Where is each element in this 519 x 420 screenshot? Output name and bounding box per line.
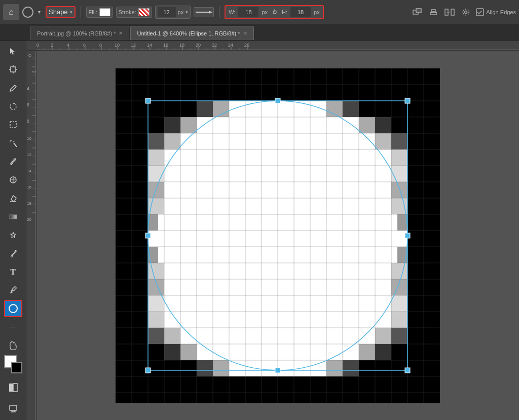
width-label: W:: [229, 9, 235, 15]
swatch-container[interactable]: [4, 355, 22, 373]
tab-untitled-close[interactable]: ✕: [243, 30, 247, 36]
gradient-tool[interactable]: [4, 208, 22, 225]
svg-rect-225: [405, 233, 410, 238]
svg-rect-222: [275, 98, 280, 103]
svg-text:4: 4: [67, 43, 69, 48]
svg-rect-161: [391, 295, 407, 312]
svg-text:6: 6: [83, 43, 86, 48]
artboard-tool[interactable]: [4, 61, 22, 78]
type-tool-icon: T: [10, 268, 16, 277]
type-tool[interactable]: T: [4, 263, 22, 280]
svg-rect-130: [164, 133, 180, 149]
link-proportions-button[interactable]: [271, 8, 279, 16]
canvas-container: [116, 68, 440, 403]
svg-rect-30: [10, 215, 17, 219]
svg-text:14: 14: [147, 43, 152, 48]
ruler-h-svg: 0 2 4 6 8 10 12 14 16 18 20 22 24 26: [36, 41, 519, 51]
sample-tool[interactable]: [4, 282, 22, 299]
main-area: T ···: [0, 41, 519, 420]
svg-text:14: 14: [27, 169, 31, 173]
blur-tool[interactable]: [4, 226, 22, 244]
distribute-icon[interactable]: [443, 6, 456, 18]
svg-rect-173: [164, 344, 180, 360]
svg-rect-145: [391, 198, 407, 214]
svg-rect-135: [148, 149, 164, 166]
line-style-icon: [196, 9, 212, 15]
home-icon: ⌂: [9, 8, 14, 17]
right-toolbar: Align Edges: [411, 6, 516, 18]
stroke-size-dropdown[interactable]: ▾: [186, 10, 188, 15]
pen-tool[interactable]: [4, 245, 22, 262]
shape-selector[interactable]: Shape ▾: [46, 6, 76, 18]
svg-text:16: 16: [27, 185, 31, 189]
ellipse-tool[interactable]: [4, 300, 22, 317]
eyedropper-tool[interactable]: [4, 153, 22, 170]
pixel-canvas-svg: [116, 68, 440, 403]
tab-portrait-label: Portrait.jpg @ 100% (RGB/8#) *: [37, 30, 116, 36]
svg-point-32: [9, 304, 17, 313]
screen-mode-tool[interactable]: [4, 399, 22, 417]
arrange-icon[interactable]: [411, 6, 423, 18]
stroke-swatch[interactable]: [138, 8, 150, 16]
svg-rect-125: [180, 117, 197, 133]
home-button[interactable]: ⌂: [3, 4, 19, 20]
fill-swatch[interactable]: [99, 8, 110, 16]
eraser-tool[interactable]: [4, 189, 22, 207]
svg-rect-176: [213, 360, 229, 376]
svg-text:6: 6: [27, 102, 29, 107]
svg-text:2: 2: [31, 70, 36, 73]
svg-rect-172: [359, 344, 375, 360]
quick-mask-tool[interactable]: [4, 378, 22, 397]
tab-portrait-close[interactable]: ✕: [119, 30, 123, 36]
svg-rect-169: [391, 328, 407, 344]
stroke-size-input[interactable]: [158, 7, 176, 17]
svg-rect-138: [148, 166, 164, 182]
svg-text:20: 20: [196, 43, 201, 48]
align-icon[interactable]: [427, 6, 439, 18]
svg-rect-126: [359, 117, 375, 133]
tab-untitled-label: Untitled-1 @ 6400% (Ellipse 1, RGB/8#) *: [137, 30, 240, 36]
svg-rect-228: [405, 368, 410, 373]
svg-text:22: 22: [212, 43, 217, 48]
svg-rect-133: [391, 133, 407, 149]
ruler-left: 0 2 4 6 8 10 12 14 16: [26, 51, 36, 420]
width-input[interactable]: [238, 7, 258, 17]
canvas-viewport[interactable]: [36, 51, 519, 420]
canvas-and-ruler: 0 2 4 6 8 10 12 14 16: [26, 51, 519, 420]
brush-tool[interactable]: [4, 80, 22, 97]
svg-rect-179: [343, 360, 359, 376]
svg-rect-122: [197, 101, 213, 117]
tool-type-dropdown[interactable]: ▾: [35, 7, 43, 18]
background-swatch[interactable]: [11, 362, 22, 373]
color-swatches: [4, 355, 22, 373]
height-input[interactable]: [290, 7, 311, 17]
hand-tool[interactable]: [4, 337, 22, 354]
svg-rect-131: [375, 133, 391, 149]
svg-rect-166: [164, 328, 180, 344]
patch-tool[interactable]: [4, 171, 22, 188]
move-tool[interactable]: [4, 43, 22, 60]
svg-text:24: 24: [228, 43, 233, 48]
svg-text:16: 16: [163, 43, 168, 48]
separator-2: [219, 6, 219, 18]
svg-rect-171: [180, 344, 197, 360]
width-unit: px: [262, 9, 268, 15]
tab-portrait[interactable]: Portrait.jpg @ 100% (RGB/8#) * ✕: [30, 26, 129, 40]
stroke-label: Stroke:: [119, 9, 136, 15]
bottom-tools: [4, 378, 22, 417]
tab-untitled[interactable]: Untitled-1 @ 6400% (Ellipse 1, RGB/8#) *…: [130, 26, 253, 40]
svg-rect-177: [326, 360, 343, 376]
wand-tool[interactable]: [4, 134, 22, 151]
lasso-tool[interactable]: [4, 98, 22, 115]
svg-rect-164: [391, 312, 407, 328]
height-label: H:: [282, 9, 287, 15]
content-area: 0 2 4 6 8 10 12 14 16 18 20 22 24 26: [26, 41, 519, 420]
more-tools[interactable]: ···: [4, 318, 22, 335]
svg-rect-160: [148, 295, 164, 312]
settings-icon[interactable]: [460, 6, 472, 18]
marquee-tool[interactable]: [4, 116, 22, 133]
tool-type-selector: ▾: [22, 7, 43, 18]
svg-rect-224: [145, 233, 151, 238]
svg-rect-227: [275, 368, 280, 373]
line-style-selector[interactable]: [194, 7, 214, 17]
